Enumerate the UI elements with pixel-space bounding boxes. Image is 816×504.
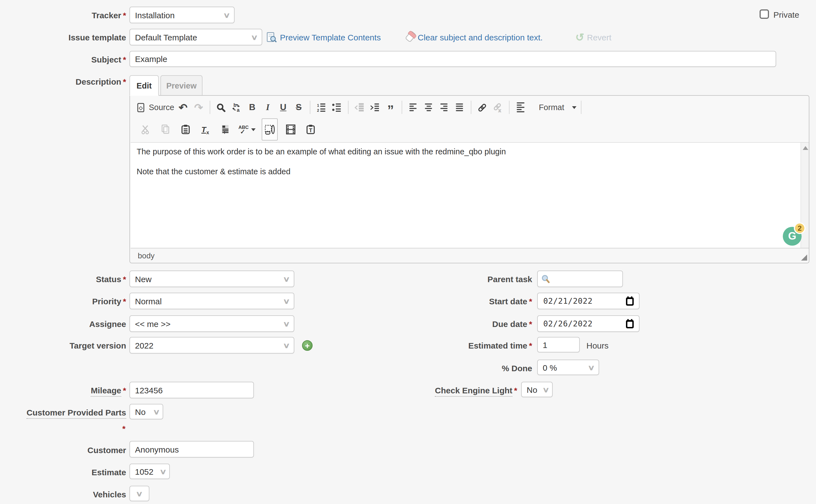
remove-format-icon[interactable]: Tx xyxy=(198,122,212,137)
paste-icon[interactable] xyxy=(178,122,193,137)
spellcheck-icon[interactable]: ABC✓ xyxy=(238,122,256,137)
estimated-time-label: Estimated time* xyxy=(366,341,532,350)
check-engine-light-select[interactable]: No∨ xyxy=(521,382,553,397)
toolbar-separator xyxy=(310,101,310,114)
format-dropdown[interactable]: Format xyxy=(533,100,577,115)
subject-input[interactable] xyxy=(129,51,776,67)
mileage-label: Mileage* xyxy=(4,386,126,395)
undo-icon[interactable]: ↶ xyxy=(176,100,190,115)
outdent-icon[interactable] xyxy=(352,100,367,115)
indent-icon[interactable] xyxy=(368,100,382,115)
calendar-icon xyxy=(625,318,635,329)
copy-icon[interactable] xyxy=(158,122,173,137)
svg-text:x: x xyxy=(499,108,501,112)
align-right-icon[interactable] xyxy=(437,100,451,115)
target-version-label: Target version xyxy=(4,341,126,350)
assignee-select[interactable]: << me >>∨ xyxy=(129,315,294,332)
source-icon[interactable]: ◇Source xyxy=(136,100,175,115)
preview-template-link[interactable]: Preview Template Contents xyxy=(280,33,381,42)
add-version-button[interactable]: + xyxy=(302,340,313,351)
underline-icon[interactable]: U xyxy=(276,100,290,115)
required-asterisk: * xyxy=(122,424,126,433)
priority-select[interactable]: Normal∨ xyxy=(129,293,294,309)
grammarly-badge: 2 xyxy=(794,222,805,234)
customer-provided-parts-label: Customer Provided Parts xyxy=(4,408,126,417)
required-asterisk: * xyxy=(123,77,126,86)
target-version-select[interactable]: 2022∨ xyxy=(129,337,294,354)
due-date-input[interactable]: 02/26/2022 xyxy=(537,315,640,332)
status-label: Status* xyxy=(4,274,126,284)
strikethrough-icon[interactable]: S xyxy=(292,100,306,115)
search-icon xyxy=(541,274,550,284)
numbered-list-icon[interactable]: 12 xyxy=(314,100,329,115)
required-asterisk: * xyxy=(529,319,532,329)
toolbar-separator xyxy=(471,101,471,114)
align-center-icon[interactable] xyxy=(422,100,436,115)
required-asterisk: * xyxy=(123,274,126,284)
svg-text:I: I xyxy=(224,130,225,134)
editor-path-bar: body xyxy=(131,248,809,262)
subject-label: Subject* xyxy=(4,55,126,64)
priority-label: Priority* xyxy=(4,297,126,306)
parent-task-input[interactable] xyxy=(537,271,623,287)
scroll-up-icon xyxy=(803,146,808,150)
private-checkbox[interactable] xyxy=(760,9,769,19)
description-textarea[interactable]: The purpose of this work order is to be … xyxy=(131,142,809,248)
line-height-icon[interactable] xyxy=(513,100,528,115)
body-path-label: body xyxy=(138,251,155,260)
link-icon[interactable] xyxy=(475,100,490,115)
calendar-icon xyxy=(625,296,635,306)
find-icon[interactable] xyxy=(214,100,228,115)
paste-text-icon[interactable]: T xyxy=(303,122,318,137)
customer-provided-parts-select[interactable]: No∨ xyxy=(129,404,163,419)
required-asterisk: * xyxy=(123,55,126,64)
status-select[interactable]: New∨ xyxy=(129,271,294,287)
parent-task-label: Parent task xyxy=(366,274,532,284)
issue-edit-form: Tracker* Installation∨ Private Issue tem… xyxy=(0,0,816,504)
unlink-icon[interactable]: x xyxy=(491,100,505,115)
mileage-input[interactable] xyxy=(129,382,254,398)
start-date-input[interactable]: 02/21/2022 xyxy=(537,293,640,309)
percent-done-select[interactable]: 0 %∨ xyxy=(537,360,599,375)
description-editor: ◇Source↶↷baBIUS12”xFormat TxIABC✓T The p… xyxy=(129,95,809,263)
align-left-icon[interactable] xyxy=(406,100,420,115)
grammarly-icon[interactable]: G2 xyxy=(783,227,802,246)
media-icon[interactable] xyxy=(283,122,298,137)
issue-template-select[interactable]: Default Template∨ xyxy=(129,29,262,45)
toolbar-separator xyxy=(509,101,510,114)
estimate-label: Estimate xyxy=(4,467,126,477)
clear-subject-link[interactable]: Clear subject and description text. xyxy=(418,33,543,42)
due-date-label: Due date* xyxy=(366,319,532,329)
cut-icon[interactable] xyxy=(138,122,153,137)
tab-preview[interactable]: Preview xyxy=(160,75,202,96)
required-asterisk: * xyxy=(529,341,532,350)
tracker-select[interactable]: Installation∨ xyxy=(129,7,235,23)
chevron-down-icon: ∨ xyxy=(153,407,160,416)
select-frame-icon[interactable] xyxy=(262,118,278,141)
svg-text:a: a xyxy=(237,107,240,112)
chevron-down-icon: ∨ xyxy=(283,275,290,283)
italic-icon[interactable]: I xyxy=(261,100,275,115)
assignee-label: Assignee xyxy=(4,319,126,329)
toolbar-separator xyxy=(348,101,349,114)
redo-icon[interactable]: ↷ xyxy=(191,100,206,115)
revert-link[interactable]: Revert xyxy=(587,33,611,42)
blockquote-icon[interactable]: ” xyxy=(383,100,398,115)
estimated-time-input[interactable] xyxy=(537,337,580,352)
resize-handle-icon[interactable] xyxy=(801,254,807,261)
required-asterisk: * xyxy=(514,386,517,395)
justify-icon[interactable] xyxy=(453,100,467,115)
tab-edit[interactable]: Edit xyxy=(129,75,159,96)
tracker-label: Tracker* xyxy=(4,11,126,20)
required-asterisk: * xyxy=(123,297,126,306)
svg-text:◇: ◇ xyxy=(139,105,143,110)
paste-from-word-icon[interactable]: I xyxy=(218,122,232,137)
customer-input[interactable] xyxy=(129,441,254,458)
bold-icon[interactable]: B xyxy=(245,100,259,115)
replace-icon[interactable]: ba xyxy=(230,100,244,115)
percent-done-label: % Done xyxy=(366,363,532,373)
svg-text:x: x xyxy=(206,129,209,134)
bulleted-list-icon[interactable] xyxy=(330,100,344,115)
vehicles-select[interactable]: ∨ xyxy=(129,486,149,501)
estimate-select[interactable]: 1052∨ xyxy=(129,464,170,479)
